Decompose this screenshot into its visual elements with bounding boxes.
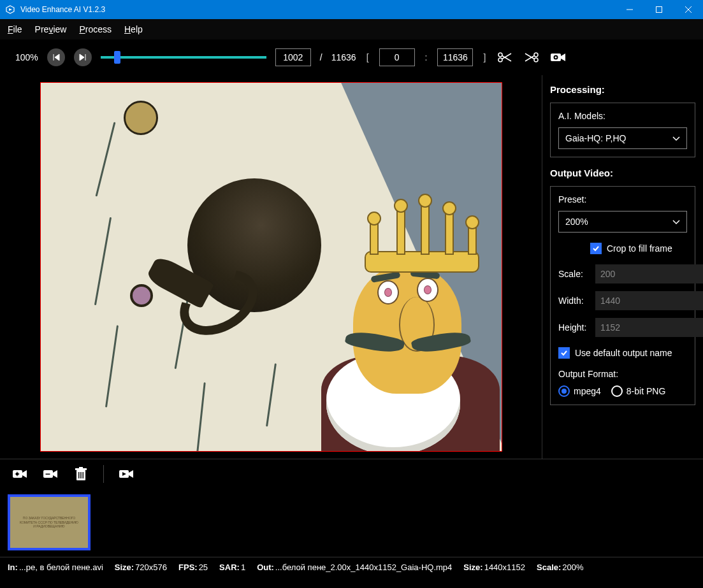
height-input[interactable] bbox=[595, 318, 703, 337]
prev-frame-button[interactable] bbox=[47, 48, 65, 66]
preset-select[interactable]: 200% bbox=[558, 211, 687, 233]
range-start-input[interactable]: 0 bbox=[379, 48, 415, 66]
crop-label: Crop to fill frame bbox=[607, 243, 672, 254]
current-frame-input[interactable]: 1002 bbox=[275, 48, 311, 66]
format-mpeg4-option[interactable]: mpeg4 bbox=[558, 385, 601, 397]
frame-slider[interactable] bbox=[101, 48, 266, 66]
ai-model-value: Gaia-HQ: P,HQ bbox=[565, 133, 626, 143]
scale-input[interactable] bbox=[595, 264, 703, 283]
fps-value: 25 bbox=[199, 563, 208, 572]
camera-eye-icon[interactable] bbox=[549, 48, 567, 66]
svg-rect-23 bbox=[79, 467, 83, 468]
zoom-level: 100% bbox=[15, 52, 38, 62]
ai-model-select[interactable]: Gaia-HQ: P,HQ bbox=[558, 127, 687, 149]
video-preview-area bbox=[0, 75, 542, 459]
minimize-button[interactable] bbox=[615, 0, 644, 19]
chevron-down-icon bbox=[672, 133, 680, 143]
remove-video-icon[interactable] bbox=[42, 466, 59, 482]
menu-help[interactable]: Help bbox=[124, 24, 143, 34]
out-value: ...белой пене_2.00x_1440x1152_Gaia-HQ.mp… bbox=[275, 563, 452, 572]
trash-icon[interactable] bbox=[73, 466, 89, 482]
format-mpeg4-label: mpeg4 bbox=[574, 386, 601, 396]
play-video-icon[interactable] bbox=[118, 466, 134, 482]
width-input[interactable] bbox=[595, 291, 703, 310]
close-button[interactable] bbox=[674, 0, 703, 19]
default-name-label: Use default output name bbox=[575, 348, 672, 358]
svg-rect-20 bbox=[46, 473, 50, 475]
svg-rect-1 bbox=[656, 7, 662, 13]
menu-bar: File Preview Process Help bbox=[0, 19, 703, 39]
height-label: Height: bbox=[558, 322, 590, 333]
output-video-group: Preset: 200% Crop to fill frame Scale: %… bbox=[550, 186, 695, 405]
width-label: Width: bbox=[558, 296, 590, 306]
thumbnail-text: ПО ЗАКАЗУ ГОСУДАРСТВЕННОГО КОМИТЕТА СССР… bbox=[20, 516, 78, 529]
bottom-toolbar bbox=[0, 459, 703, 488]
range-end-input[interactable]: 11636 bbox=[437, 48, 473, 66]
menu-process[interactable]: Process bbox=[79, 24, 112, 34]
settings-sidebar: Processing: A.I. Models: Gaia-HQ: P,HQ O… bbox=[542, 75, 703, 459]
scale-value: 200% bbox=[562, 563, 583, 572]
window-titlebar: Video Enhance AI V1.2.3 bbox=[0, 0, 703, 19]
status-bar: In: ...ре, в белой пене.avi Size: 720x57… bbox=[0, 557, 703, 577]
in-value: ...ре, в белой пене.avi bbox=[19, 563, 103, 572]
svg-point-8 bbox=[534, 53, 538, 57]
range-open-bracket: [ bbox=[366, 52, 369, 62]
thumbnail-strip: ПО ЗАКАЗУ ГОСУДАРСТВЕННОГО КОМИТЕТА СССР… bbox=[0, 488, 703, 557]
in-label: In: bbox=[8, 563, 18, 572]
svg-rect-18 bbox=[15, 473, 20, 474]
cut-start-icon[interactable] bbox=[496, 48, 514, 66]
menu-preview[interactable]: Preview bbox=[35, 24, 67, 34]
ai-models-group: A.I. Models: Gaia-HQ: P,HQ bbox=[550, 103, 695, 157]
svg-point-9 bbox=[534, 58, 538, 62]
svg-point-4 bbox=[498, 53, 502, 57]
total-frames: 11636 bbox=[331, 52, 356, 62]
video-frame[interactable] bbox=[40, 82, 502, 452]
add-video-icon[interactable] bbox=[11, 466, 28, 482]
thumbnail-item[interactable]: ПО ЗАКАЗУ ГОСУДАРСТВЕННОГО КОМИТЕТА СССР… bbox=[8, 494, 91, 550]
svg-rect-22 bbox=[75, 468, 87, 470]
processing-title: Processing: bbox=[550, 84, 695, 95]
window-title: Video Enhance AI V1.2.3 bbox=[20, 5, 105, 14]
sar-value: 1 bbox=[241, 563, 245, 572]
output-video-title: Output Video: bbox=[550, 168, 695, 178]
in-size-label: Size: bbox=[115, 563, 134, 572]
range-colon: : bbox=[425, 52, 428, 62]
range-close-bracket: ] bbox=[483, 52, 486, 62]
format-label: Output Format: bbox=[558, 369, 687, 379]
out-label: Out: bbox=[257, 563, 274, 572]
format-png-label: 8-bit PNG bbox=[627, 386, 665, 396]
sar-label: SAR: bbox=[219, 563, 240, 572]
svg-point-14 bbox=[555, 57, 557, 59]
ai-models-label: A.I. Models: bbox=[558, 111, 687, 121]
radio-icon bbox=[611, 385, 623, 397]
next-frame-button[interactable] bbox=[74, 48, 92, 66]
svg-rect-25 bbox=[80, 472, 82, 478]
chevron-down-icon bbox=[672, 217, 680, 227]
svg-rect-26 bbox=[83, 472, 84, 478]
format-png-option[interactable]: 8-bit PNG bbox=[611, 385, 665, 397]
default-name-checkbox[interactable] bbox=[558, 347, 570, 359]
frame-separator: / bbox=[320, 52, 323, 62]
preset-value: 200% bbox=[565, 217, 588, 227]
app-icon bbox=[5, 4, 15, 15]
out-size-value: 1440x1152 bbox=[484, 563, 525, 572]
scale-label: Scale: bbox=[558, 269, 590, 279]
cut-end-icon[interactable] bbox=[523, 48, 540, 66]
out-size-label: Size: bbox=[463, 563, 482, 572]
toolbar-divider bbox=[103, 465, 104, 483]
preset-label: Preset: bbox=[558, 194, 687, 204]
radio-icon bbox=[558, 385, 570, 397]
in-size-value: 720x576 bbox=[135, 563, 167, 572]
menu-file[interactable]: File bbox=[8, 24, 22, 34]
scale-label: Scale: bbox=[537, 563, 561, 572]
playback-toolbar: 100% 1002 / 11636 [ 0 : 11636 ] bbox=[0, 39, 703, 75]
svg-rect-24 bbox=[78, 472, 80, 478]
maximize-button[interactable] bbox=[644, 0, 674, 19]
crop-checkbox[interactable] bbox=[590, 243, 602, 254]
fps-label: FPS: bbox=[178, 563, 198, 572]
svg-point-5 bbox=[498, 58, 502, 62]
